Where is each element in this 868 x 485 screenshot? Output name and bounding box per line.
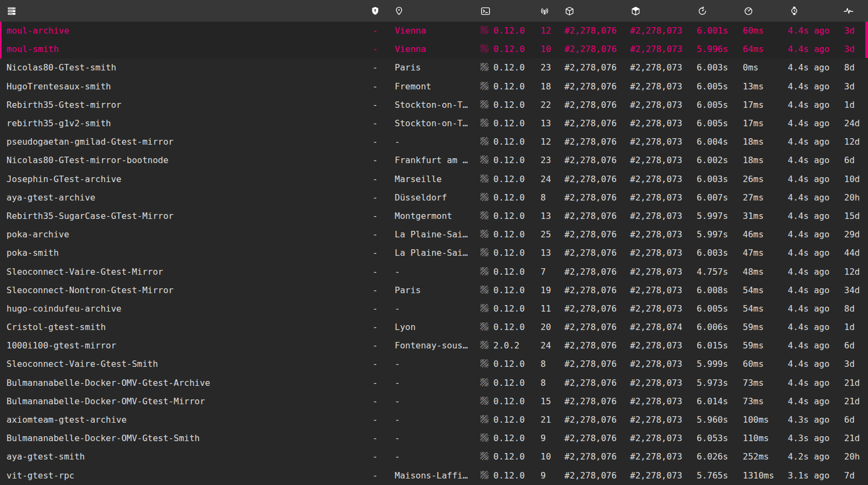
node-row[interactable]: Bulmananabelle-Docker-OMV-Gtest-Archive …: [0, 374, 868, 392]
version-glyph-icon: [480, 322, 488, 332]
best-block-cell: #2,278,076: [564, 138, 616, 146]
best-block-cell: #2,278,076: [564, 360, 616, 368]
block-time-cell: 4.757s: [697, 268, 728, 276]
block-time-cell: 5.960s: [697, 416, 728, 424]
peer-count-cell: 21: [541, 416, 551, 424]
last-block-ago-cell: 4.4s ago: [788, 286, 830, 295]
last-block-ago-cell: 4.4s ago: [788, 249, 830, 257]
node-row[interactable]: Rebirth35-Gtest-mirror - Stockton-on-T… …: [0, 96, 868, 114]
last-block-ago-cell: 4.4s ago: [788, 268, 830, 276]
uptime-cell: 15d: [844, 212, 860, 221]
location-cell: -: [395, 397, 400, 406]
scrollbar-thumb[interactable]: [865, 22, 868, 58]
peer-count-cell: 9: [541, 471, 546, 480]
node-row[interactable]: aya-gtest-archive - Düsseldorf 0.12.0 8 …: [0, 189, 868, 207]
node-row[interactable]: Bulmananabelle-Docker-OMV-Gtest-Mirror -…: [0, 392, 868, 411]
node-name-cell: HugoTrentesaux-smith: [7, 82, 111, 91]
authority-cell: -: [372, 286, 378, 295]
node-row[interactable]: pseudogaetan-gmilad-Gtest-mirror - - 0.1…: [0, 133, 868, 151]
location-cell: Stockton-on-T…: [395, 101, 468, 109]
node-name-cell: aya-gtest-archive: [7, 193, 95, 202]
node-row[interactable]: poka-archive - La Plaine-Sai… 0.12.0 25 …: [0, 225, 868, 244]
version-glyph-icon: [480, 26, 488, 36]
finalized-block-cell: #2,278,073: [630, 27, 682, 35]
last-block-ago-cell: 4.2s ago: [788, 452, 830, 461]
node-row[interactable]: Nicolas80-GTest-mirror-bootnode - Frankf…: [0, 151, 868, 170]
finalized-block-cell: #2,278,073: [630, 268, 682, 276]
uptime-cell: 20h: [844, 452, 860, 461]
version-cell: 2.0.2: [493, 341, 519, 350]
cube-outline-icon: [564, 6, 574, 16]
last-block-ago-cell: 3.1s ago: [788, 471, 830, 480]
authority-cell: -: [372, 249, 378, 257]
version-glyph-icon: [480, 193, 488, 203]
node-row[interactable]: Sleoconnect-Vaire-Gtest-Smith - - 0.12.0…: [0, 355, 868, 373]
version-glyph-icon: [480, 267, 488, 277]
block-time-cell: 5.765s: [697, 471, 728, 480]
node-row[interactable]: Nicolas80-GTest-smith - Paris 0.12.0 23 …: [0, 59, 868, 77]
node-name-cell: aya-gtest-smith: [7, 452, 85, 461]
server-rack-icon: [7, 6, 16, 16]
authority-cell: -: [372, 82, 378, 91]
node-row[interactable]: 1000i100-gtest-mirror - Fontenay-sous… 2…: [0, 337, 868, 355]
node-row[interactable]: hugo-coindufeu-archive - - 0.12.0 11 #2,…: [0, 300, 868, 318]
block-time-cell: 5.997s: [697, 212, 728, 221]
best-block-cell: #2,278,076: [564, 119, 616, 128]
node-row[interactable]: rebirth35-g1v2-smith - Stockton-on-T… 0.…: [0, 114, 868, 133]
node-row[interactable]: moul-smith - Vienna 0.12.0 10 #2,278,076…: [0, 40, 868, 59]
location-cell: Montgermont: [395, 212, 452, 221]
location-cell: Fremont: [395, 82, 431, 91]
peer-count-cell: 23: [541, 63, 551, 72]
version-glyph-icon: [480, 452, 488, 462]
location-cell: Fontenay-sous…: [395, 341, 468, 350]
location-cell: Vienna: [395, 45, 426, 54]
latency-cell: 31ms: [743, 212, 764, 221]
node-row[interactable]: moul-archive - Vienna 0.12.0 12 #2,278,0…: [0, 22, 868, 40]
uptime-cell: 20h: [844, 193, 860, 202]
node-row[interactable]: axiomteam-gtest-archive - - 0.12.0 21 #2…: [0, 411, 868, 429]
authority-cell: -: [372, 175, 378, 184]
version-glyph-icon: [480, 44, 488, 54]
peer-count-cell: 19: [541, 286, 551, 295]
node-row[interactable]: Rebirth35-SugarCase-GTest-Mirror - Montg…: [0, 207, 868, 225]
best-block-cell: #2,278,076: [564, 230, 616, 239]
node-row[interactable]: Cristol-gtest-smith - Lyon 0.12.0 20 #2,…: [0, 318, 868, 337]
node-row[interactable]: Bulmananabelle-Docker-OMV-Gtest-Smith - …: [0, 429, 868, 448]
node-telemetry-window: moul-archive - Vienna 0.12.0 12 #2,278,0…: [0, 0, 868, 485]
last-block-ago-cell: 4.3s ago: [788, 434, 830, 443]
best-block-cell: #2,278,076: [564, 286, 616, 295]
block-time-cell: 6.005s: [697, 82, 728, 91]
node-name-cell: pseudogaetan-gmilad-Gtest-mirror: [7, 138, 173, 146]
best-block-cell: #2,278,076: [564, 82, 616, 91]
node-row[interactable]: Sleoconnect-Vaire-Gtest-Mirror - - 0.12.…: [0, 262, 868, 281]
location-cell: Maisons-Laffi…: [395, 471, 468, 480]
peer-count-cell: 15: [541, 397, 551, 406]
peer-count-cell: 13: [541, 249, 551, 257]
version-glyph-icon: [480, 156, 488, 165]
last-block-ago-cell: 4.4s ago: [788, 397, 830, 406]
node-row[interactable]: poka-smith - La Plaine-Sai… 0.12.0 13 #2…: [0, 244, 868, 262]
broadcast-icon: [539, 6, 549, 16]
uptime-cell: 3d: [844, 82, 854, 91]
peer-count-cell: 12: [541, 27, 551, 35]
location-cell: Stockton-on-T…: [395, 119, 468, 128]
node-row[interactable]: Sleoconnect-Nontron-Gtest-Mirror - Paris…: [0, 281, 868, 300]
node-row[interactable]: vit-gtest-rpc - Maisons-Laffi… 0.12.0 9 …: [0, 467, 868, 485]
version-glyph-icon: [480, 415, 488, 425]
node-row[interactable]: Josephin-GTest-archive - Marseille 0.12.…: [0, 170, 868, 189]
version-cell: 0.12.0: [493, 471, 525, 480]
uptime-cell: 7d: [844, 471, 854, 480]
version-cell: 0.12.0: [493, 268, 525, 276]
version-cell: 0.12.0: [493, 416, 525, 424]
uptime-cell: 12d: [844, 138, 860, 146]
node-row[interactable]: HugoTrentesaux-smith - Fremont 0.12.0 18…: [0, 77, 868, 96]
version-cell: 0.12.0: [493, 156, 525, 165]
node-row[interactable]: aya-gtest-smith - - 0.12.0 10 #2,278,076…: [0, 448, 868, 466]
location-cell: Vienna: [395, 27, 426, 35]
node-name-cell: poka-archive: [7, 230, 69, 239]
node-name-cell: Sleoconnect-Vaire-Gtest-Smith: [7, 360, 158, 368]
block-time-cell: 6.006s: [697, 323, 728, 332]
watch-icon: [789, 6, 799, 16]
location-cell: Frankfurt am …: [395, 156, 468, 165]
version-cell: 0.12.0: [493, 175, 525, 184]
